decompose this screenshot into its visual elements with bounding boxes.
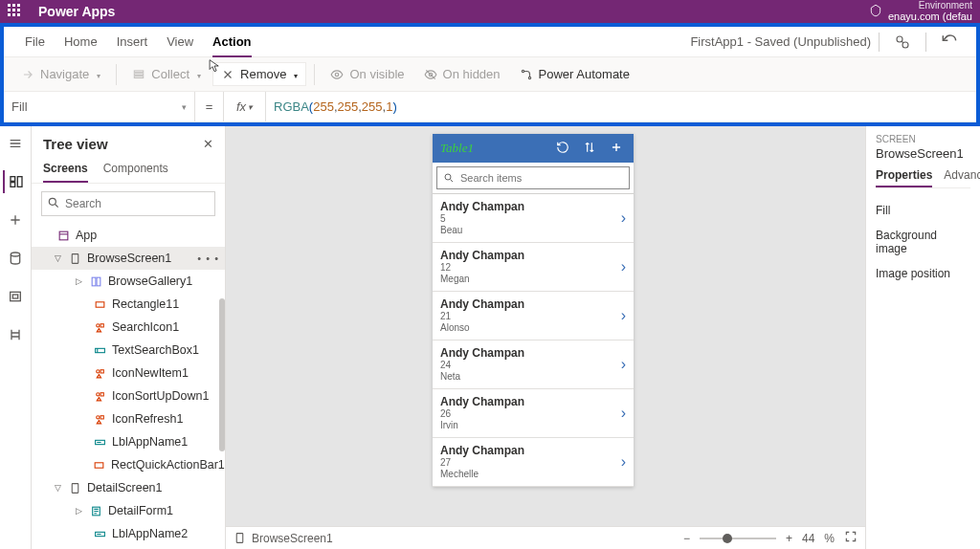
tree-view-pane: Tree view ✕ Screens Components App ▽Brow… [32,126,226,549]
list-item[interactable]: Andy Champan24Neta› [433,340,634,389]
left-rail [0,126,32,549]
fit-icon[interactable] [844,530,858,546]
separator [925,33,926,52]
preview-title: Table1 [440,141,546,156]
menu-file[interactable]: File [15,27,55,57]
svg-rect-20 [96,301,104,306]
svg-rect-17 [72,253,78,263]
svg-rect-10 [11,183,15,187]
property-selector[interactable]: Fill ▾ [4,92,195,121]
formula-input[interactable]: RGBA(255, 255, 255, 1) [266,92,976,121]
breadcrumb[interactable]: BrowseScreen1 [234,532,333,545]
refresh-icon[interactable] [553,141,572,157]
tree-node-detailform1[interactable]: ▷DetailForm1 [32,499,225,522]
tree-node-lblappname2[interactable]: LblAppName2 [32,522,225,545]
more-icon[interactable]: • • • [197,253,219,264]
separator [879,33,880,52]
list-item[interactable]: Andy Champan12Megan› [433,243,634,292]
workspace: Tree view ✕ Screens Components App ▽Brow… [0,126,980,549]
tab-properties[interactable]: Properties [876,168,932,187]
tree-node-browsegallery1[interactable]: ▷BrowseGallery1 [32,270,225,293]
prop-image-position[interactable]: Image position [876,261,970,286]
rectangle-icon [93,458,105,472]
app-checker-icon[interactable] [887,27,918,57]
tree-node-iconnewitem1[interactable]: IconNewItem1 [32,362,225,384]
svg-point-26 [96,392,99,395]
list-item[interactable]: Andy Champan27Mechelle› [433,438,634,487]
app-launcher-icon[interactable] [8,4,23,19]
menu-insert[interactable]: Insert [107,27,158,57]
menubar: File Home Insert View Action FirstApp1 -… [4,27,976,57]
tree-node-app[interactable]: App [32,224,225,247]
tree-node-browsescreen1[interactable]: ▽BrowseScreen1• • • [32,247,225,270]
remove-button[interactable]: Remove [212,62,306,86]
on-hidden-button: On hidden [416,63,508,85]
list-item[interactable]: Andy Champan5Beau› [433,194,634,243]
app-icon [56,229,70,242]
tab-screens[interactable]: Screens [43,156,88,183]
close-icon[interactable]: ✕ [203,137,213,151]
tree-search-input[interactable] [41,191,215,216]
rail-insert-icon[interactable] [4,209,27,231]
svg-rect-25 [100,369,103,372]
prop-background-image[interactable]: Background image [876,223,970,261]
list-item[interactable]: Andy Champan26Irvin› [433,389,634,438]
tree-node-iconsortupdown1[interactable]: IconSortUpDown1 [32,384,225,407]
svg-rect-9 [11,177,15,182]
environment-caption: Environment [888,0,972,11]
tree-node-rectangle11[interactable]: Rectangle11 [32,293,225,316]
rail-data-icon[interactable] [4,247,27,270]
tree-node-iconrefresh1[interactable]: IconRefresh1 [32,407,225,430]
tree-node-lblappname1[interactable]: LblAppName1 [32,430,225,453]
rail-tools-icon[interactable] [4,323,27,346]
menu-action[interactable]: Action [203,27,260,57]
zoom-out-icon[interactable]: − [683,532,690,545]
chevron-right-icon: › [621,453,626,471]
svg-rect-14 [12,295,17,298]
sort-icon[interactable] [580,141,599,157]
screen-icon [68,481,81,494]
pane-caption: SCREEN [876,134,970,144]
tree-node-searchicon1[interactable]: SearchIcon1 [32,316,225,339]
app-status: FirstApp1 - Saved (Unpublished) [690,34,871,49]
svg-point-8 [528,77,530,78]
svg-point-1 [902,42,908,48]
label-icon [93,527,106,540]
preview-search-input[interactable] [460,172,623,184]
menu-view[interactable]: View [157,27,203,57]
search-icon [47,196,60,212]
tab-advanced[interactable]: Advanced [944,168,980,187]
tree-node-rectquickactionbar1[interactable]: RectQuickActionBar1 [32,453,225,476]
canvas-inner[interactable]: Table1 Andy Champan5Beau› Andy Champan12… [226,126,865,526]
add-icon[interactable] [607,141,626,157]
tree-node-icondelete1[interactable]: IconDelete1 [32,545,225,549]
fx-button[interactable]: fx ▾ [224,92,266,121]
power-automate-button[interactable]: Power Automate [512,63,637,85]
undo-icon[interactable] [934,27,965,57]
search-icon [443,172,455,184]
zoom-slider[interactable] [700,538,776,539]
preview-search [433,163,634,194]
rail-hamburger-icon[interactable] [4,132,27,155]
svg-rect-16 [59,231,68,240]
icons-icon [93,412,106,426]
chevron-right-icon: › [621,356,626,373]
svg-point-7 [522,70,523,72]
environment-picker[interactable]: Environment enayu.com (defau [869,0,972,22]
menu-home[interactable]: Home [55,27,107,57]
rail-media-icon[interactable] [4,285,27,308]
rail-treeview-icon[interactable] [3,170,26,193]
scrollbar-thumb[interactable] [219,298,225,451]
chevron-right-icon: › [621,307,626,324]
tree-node-detailscreen1[interactable]: ▽DetailScreen1 [32,476,225,499]
screen-icon [68,252,81,265]
list-item[interactable]: Andy Champan21Alonso› [433,292,634,340]
app-preview: Table1 Andy Champan5Beau› Andy Champan12… [433,134,634,487]
tree-node-textsearchbox1[interactable]: TextSearchBox1 [32,339,225,362]
canvas: Table1 Andy Champan5Beau› Andy Champan12… [226,126,865,549]
tab-components[interactable]: Components [103,156,168,183]
chevron-down-icon: ▾ [182,102,187,112]
prop-fill[interactable]: Fill [876,198,970,223]
navigate-button: Navigate [13,63,108,85]
zoom-in-icon[interactable]: + [786,532,792,545]
